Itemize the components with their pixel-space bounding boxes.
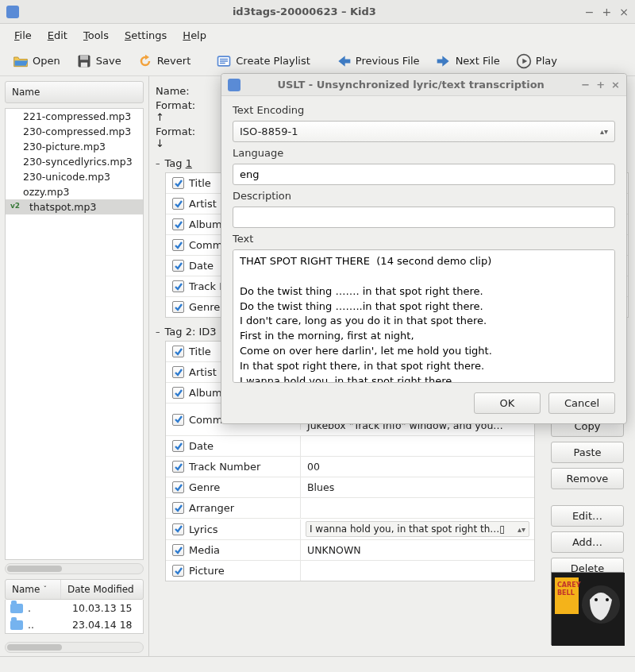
create-playlist-button[interactable]: Create Playlist xyxy=(210,51,317,71)
window-title: id3tags-20000623 – Kid3 xyxy=(24,6,585,17)
file-list[interactable]: 221-compressed.mp3230-compressed.mp3230-… xyxy=(5,108,144,560)
file-list-header[interactable]: Name xyxy=(5,81,144,103)
field-checkbox[interactable] xyxy=(172,481,184,493)
field-checkbox[interactable] xyxy=(172,414,184,426)
field-label: Title xyxy=(189,346,211,357)
revert-button[interactable]: Revert xyxy=(131,51,198,71)
file-list-scrollbar[interactable] xyxy=(5,563,144,574)
field-value[interactable]: I wanna hold you, in that spot right th…… xyxy=(306,521,529,537)
field-checkbox[interactable] xyxy=(172,346,184,357)
language-input[interactable] xyxy=(233,164,615,185)
description-label: Description xyxy=(233,190,615,202)
tag2-row: GenreBlues xyxy=(166,477,534,498)
tag2-row: MediaUNKNOWN xyxy=(166,540,534,561)
sort-indicator-icon: ˇ xyxy=(43,585,47,593)
dir-row[interactable]: ..23.04.14 18 xyxy=(6,616,143,633)
paste-button[interactable]: Paste xyxy=(551,442,624,463)
encoding-combo[interactable]: ISO-8859-1 ▴▾ xyxy=(233,121,615,142)
field-checkbox[interactable] xyxy=(172,301,184,313)
field-value[interactable] xyxy=(301,504,534,512)
field-checkbox[interactable] xyxy=(172,218,184,230)
play-button[interactable]: Play xyxy=(510,51,564,71)
svg-rect-3 xyxy=(81,62,87,67)
field-label: Artist xyxy=(189,198,217,210)
language-label: Language xyxy=(233,147,615,159)
tag2-row: Arranger xyxy=(166,498,534,519)
dialog-app-icon xyxy=(228,79,241,91)
field-value[interactable]: 00 xyxy=(301,457,534,477)
window-minimize-icon[interactable]: − xyxy=(585,6,595,18)
menu-settings[interactable]: Settings xyxy=(118,27,173,44)
edit-button[interactable]: Edit… xyxy=(551,505,624,527)
file-item[interactable]: 230-syncedlyrics.mp3 xyxy=(6,154,143,169)
save-button[interactable]: Save xyxy=(70,51,128,71)
dir-list[interactable]: .10.03.13 15..23.04.14 18 xyxy=(5,600,144,634)
toolbar: Open Save Revert Create Playlist Previou… xyxy=(0,46,635,76)
field-label: Arranger xyxy=(189,502,234,514)
field-checkbox[interactable] xyxy=(172,502,184,514)
field-value[interactable]: UNKNOWN xyxy=(301,540,534,560)
file-item[interactable]: 230-picture.mp3 xyxy=(6,139,143,154)
app-icon xyxy=(6,6,19,18)
dir-list-scrollbar[interactable] xyxy=(5,642,144,653)
field-value[interactable]: Blues xyxy=(301,477,534,497)
file-item[interactable]: 230-unicode.mp3 xyxy=(6,169,143,184)
menu-help[interactable]: Help xyxy=(176,27,213,44)
file-item[interactable]: ozzy.mp3 xyxy=(6,184,143,199)
collapse-icon: – xyxy=(156,158,160,168)
field-checkbox[interactable] xyxy=(172,544,184,556)
field-value[interactable] xyxy=(301,442,534,450)
format-down-label[interactable]: Format: ↓ xyxy=(156,126,205,149)
statusbar xyxy=(0,656,635,672)
tag2-row: LyricsI wanna hold you, in that spot rig… xyxy=(166,519,534,540)
field-checkbox[interactable] xyxy=(172,440,184,452)
field-label: Picture xyxy=(189,565,225,577)
dialog-minimize-icon[interactable]: − xyxy=(581,79,590,91)
dir-row[interactable]: .10.03.13 15 xyxy=(6,600,143,616)
field-checkbox[interactable] xyxy=(172,366,184,378)
menu-file[interactable]: File xyxy=(8,27,38,44)
svg-rect-13 xyxy=(228,79,241,91)
next-file-button[interactable]: Next File xyxy=(429,51,506,71)
name-label: Name: xyxy=(156,85,205,97)
svg-text:BELL: BELL xyxy=(557,589,575,597)
field-checkbox[interactable] xyxy=(172,523,184,535)
field-checkbox[interactable] xyxy=(172,239,184,251)
field-checkbox[interactable] xyxy=(172,177,184,189)
field-checkbox[interactable] xyxy=(172,280,184,292)
add-button[interactable]: Add… xyxy=(551,531,624,553)
field-checkbox[interactable] xyxy=(172,198,184,210)
field-checkbox[interactable] xyxy=(172,461,184,473)
ok-button[interactable]: OK xyxy=(474,392,541,414)
window-close-icon[interactable]: × xyxy=(619,6,629,18)
dir-header-date[interactable]: Date Modified xyxy=(61,580,140,599)
file-item[interactable]: thatspot.mp3 xyxy=(6,199,143,214)
dialog-maximize-icon[interactable]: + xyxy=(596,79,605,91)
album-art[interactable]: CAREY BELL xyxy=(551,572,624,645)
encoding-label: Text Encoding xyxy=(233,104,615,116)
dialog-titlebar[interactable]: USLT - Unsynchronized lyric/text transcr… xyxy=(221,74,626,96)
playlist-icon xyxy=(216,53,232,69)
dir-header-name[interactable]: Nameˇ xyxy=(6,580,61,599)
text-textarea[interactable] xyxy=(233,249,615,383)
cancel-button[interactable]: Cancel xyxy=(548,392,615,414)
field-label: Artist xyxy=(189,366,217,378)
remove-button[interactable]: Remove xyxy=(551,468,624,489)
format-up-label[interactable]: Format: ↑ xyxy=(156,99,205,123)
file-item[interactable]: 221-compressed.mp3 xyxy=(6,109,143,124)
open-button[interactable]: Open xyxy=(6,51,67,71)
description-input[interactable] xyxy=(233,207,615,228)
file-item[interactable]: 230-compressed.mp3 xyxy=(6,124,143,139)
field-checkbox[interactable] xyxy=(172,387,184,399)
field-label: Album xyxy=(189,218,222,230)
menubar: File Edit Tools Settings Help xyxy=(0,24,635,46)
menu-tools[interactable]: Tools xyxy=(77,27,115,44)
previous-file-button[interactable]: Previous File xyxy=(329,51,426,71)
field-value[interactable] xyxy=(301,567,534,575)
field-checkbox[interactable] xyxy=(172,260,184,272)
window-maximize-icon[interactable]: + xyxy=(602,6,612,18)
dialog-close-icon[interactable]: × xyxy=(611,79,620,91)
svg-text:CAREY: CAREY xyxy=(557,581,581,589)
menu-edit[interactable]: Edit xyxy=(41,27,74,44)
field-checkbox[interactable] xyxy=(172,565,184,577)
